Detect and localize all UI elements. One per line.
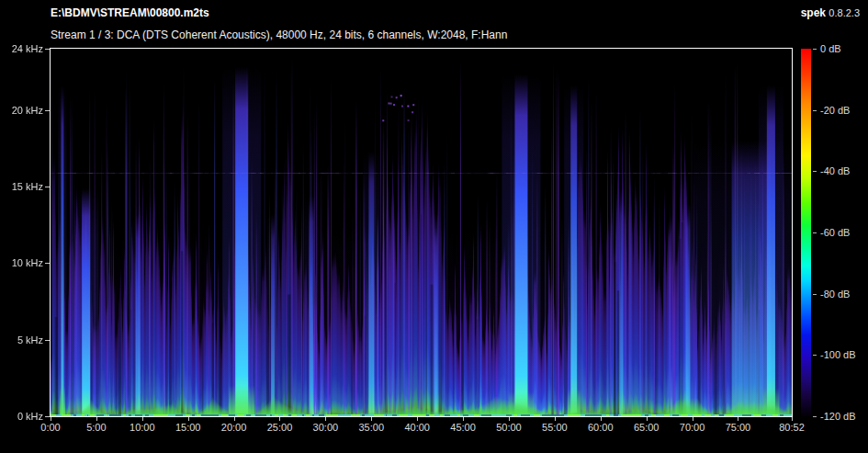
db-scale-label: -20 dB [820,105,850,116]
x-axis-tick [601,417,602,421]
x-axis-label: 45:00 [437,422,489,433]
x-axis-tick [509,417,510,421]
x-axis-tick [792,417,793,421]
x-axis-label: 60:00 [575,422,626,433]
x-axis-label: 10:00 [117,422,168,433]
db-scale-label: -60 dB [820,227,850,238]
app-brand: spek 0.8.2.3 [801,6,860,19]
y-axis-tick [45,340,50,341]
x-axis-label: 20:00 [209,422,260,433]
x-axis-tick [417,417,418,421]
x-axis-label: 5:00 [71,422,122,433]
db-scale-tick [813,416,817,417]
x-axis-label: 55:00 [529,422,581,433]
x-axis-tick [555,417,556,421]
app-version: 0.8.2.3 [829,7,860,18]
y-axis-tick [45,416,50,417]
file-path-title: E:\BDMV\STREAM\00800.m2ts [51,6,209,19]
y-axis-label: 15 kHz [0,181,43,192]
x-axis-label: 35:00 [345,422,397,433]
db-scale-label: -100 dB [820,349,856,360]
x-axis-tick [325,417,326,421]
x-axis-tick [463,417,464,421]
db-scale-tick [813,232,817,233]
db-scale-label: -40 dB [820,165,850,176]
x-axis-tick [371,417,372,421]
x-axis-tick [647,417,648,421]
y-axis-tick [45,49,50,50]
stream-info: Stream 1 / 3: DCA (DTS Coherent Acoustic… [51,28,507,41]
db-colorbar [801,49,811,416]
x-axis-tick [142,417,143,421]
x-axis-tick [279,417,280,421]
y-axis-label: 0 kHz [0,411,43,422]
x-axis-tick [234,417,235,421]
x-axis-tick [738,417,738,421]
x-axis-label: 65:00 [621,422,672,433]
x-axis-label: 70:00 [667,422,718,433]
db-scale-label: -120 dB [820,411,856,422]
x-axis-tick [693,417,693,421]
x-axis-tick [188,417,189,421]
y-axis-label: 20 kHz [0,105,43,116]
x-axis-label: 0:00 [25,422,76,433]
x-axis-label: 15:00 [163,422,214,433]
y-axis-label: 24 kHz [0,43,43,54]
y-axis-label: 5 kHz [0,334,43,345]
y-axis-label: 10 kHz [0,257,43,268]
x-axis-label: 30:00 [299,422,351,433]
y-axis-tick [45,263,50,264]
db-scale-tick [813,355,817,356]
spek-window: E:\BDMV\STREAM\00800.m2ts spek 0.8.2.3 S… [0,0,868,453]
db-scale-label: 0 dB [820,43,841,54]
db-scale-tick [813,171,817,172]
x-axis-label: 75:00 [712,422,763,433]
x-axis-tick [51,417,51,421]
spectrogram-canvas [51,49,792,416]
y-axis-tick [45,187,50,187]
y-axis-tick [45,110,50,111]
x-axis-label: 80:52 [766,422,817,433]
db-scale-tick [813,49,817,50]
x-axis-label: 50:00 [483,422,535,433]
db-scale-label: -80 dB [820,289,850,300]
x-axis-tick [96,417,97,421]
app-name: spek [801,6,826,19]
db-scale-tick [813,294,817,295]
db-scale-tick [813,110,817,111]
x-axis-label: 25:00 [254,422,305,433]
x-axis-label: 40:00 [391,422,443,433]
